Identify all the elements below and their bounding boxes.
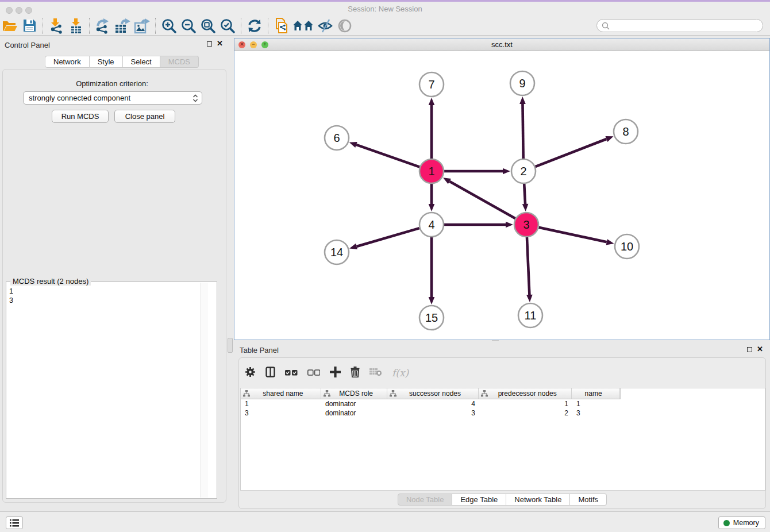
delete-column-icon[interactable]	[351, 367, 360, 380]
mcds-result-textarea[interactable]: 13	[6, 286, 209, 494]
table-tab-edge-table[interactable]: Edge Table	[452, 494, 506, 506]
control-tab-select[interactable]: Select	[123, 56, 160, 68]
export-image-icon	[133, 18, 151, 34]
table-cell[interactable]: 3	[387, 408, 479, 418]
close-panel-icon[interactable]: ✕	[217, 41, 223, 47]
graph-edge-3-10[interactable]	[538, 228, 614, 245]
zoom-in-button[interactable]	[159, 17, 179, 34]
close-window-button[interactable]	[6, 7, 13, 14]
column-header-shared-name[interactable]: shared name	[241, 388, 321, 399]
contrast-eye-icon	[337, 18, 352, 33]
deselect-all-checkboxes-icon[interactable]	[307, 368, 320, 378]
graph-edge-2-9[interactable]	[519, 97, 526, 159]
mcds-result-scrollbar[interactable]	[201, 283, 208, 498]
hide-panel-button[interactable]	[315, 17, 335, 34]
table-cell[interactable]: 1	[241, 399, 321, 408]
table-tab-network-table[interactable]: Network Table	[506, 494, 570, 506]
criterion-dropdown[interactable]: strongly connected component	[23, 91, 202, 105]
graph-edge-1-2[interactable]	[444, 168, 510, 175]
graph-node-10[interactable]: 10	[615, 234, 639, 259]
table-tab-node-table[interactable]: Node Table	[398, 494, 453, 506]
column-header-successor-nodes[interactable]: successor nodes	[387, 388, 479, 399]
mcds-result-line: 1	[9, 287, 206, 296]
search-box[interactable]	[596, 19, 763, 32]
column-visibility-icon[interactable]	[265, 367, 275, 380]
delete-table-icon[interactable]	[369, 367, 382, 379]
control-tab-network[interactable]: Network	[45, 56, 90, 68]
network-close-button[interactable]: ✕	[238, 41, 245, 48]
graph-edge-3-11[interactable]	[526, 237, 533, 302]
graph-edge-4-15[interactable]	[429, 237, 435, 304]
table-row[interactable]: 1dominator411	[241, 399, 765, 408]
export-network-button[interactable]	[93, 17, 113, 34]
graph-node-2[interactable]: 2	[511, 159, 536, 183]
graph-edge-1-4[interactable]	[429, 184, 435, 211]
export-image-button[interactable]	[132, 17, 152, 34]
graph-edge-1-7[interactable]	[429, 98, 435, 159]
table-cell[interactable]: 2	[479, 408, 572, 418]
graph-node-7[interactable]: 7	[419, 72, 444, 97]
zoom-selected-button[interactable]	[218, 17, 237, 34]
import-network-button[interactable]	[47, 17, 66, 34]
graph-edge-4-3[interactable]	[444, 222, 513, 228]
graph-node-label: 7	[428, 78, 434, 91]
graph-node-11[interactable]: 11	[518, 303, 542, 327]
graph-edge-4-14[interactable]	[349, 228, 419, 249]
graph-node-3[interactable]: 3	[514, 213, 538, 237]
home-layout-button[interactable]	[291, 17, 315, 34]
vertical-splitter-handle[interactable]	[228, 338, 233, 353]
network-maximize-button[interactable]: +	[261, 41, 268, 48]
table-tab-motifs[interactable]: Motifs	[570, 494, 607, 506]
table-cell[interactable]: dominator	[321, 408, 387, 418]
zoom-out-button[interactable]	[179, 17, 198, 34]
graph-node-14[interactable]: 14	[325, 240, 349, 264]
graph-node-4[interactable]: 4	[419, 213, 444, 237]
graph-node-1[interactable]: 1	[419, 159, 444, 183]
float-panel-icon[interactable]	[747, 347, 752, 352]
table-cell[interactable]: 1	[572, 399, 621, 408]
open-file-button[interactable]	[0, 17, 20, 34]
table-cell[interactable]: 3	[241, 408, 321, 418]
refresh-button[interactable]	[245, 17, 264, 34]
import-table-button[interactable]	[66, 17, 86, 34]
graph-node-15[interactable]: 15	[419, 306, 444, 330]
minimize-window-button[interactable]	[16, 7, 22, 14]
search-input[interactable]	[610, 21, 763, 31]
add-column-icon[interactable]	[330, 367, 341, 380]
graph-edge-3-1[interactable]	[443, 178, 515, 218]
column-header-name[interactable]: name	[572, 388, 620, 399]
maximize-window-button[interactable]	[25, 7, 32, 14]
table-cell[interactable]: 3	[572, 408, 621, 418]
run-mcds-button[interactable]: Run MCDS	[52, 110, 109, 123]
table-cell[interactable]: 1	[479, 399, 572, 408]
graph-node-8[interactable]: 8	[614, 119, 638, 144]
graph-edge-2-3[interactable]	[522, 184, 529, 211]
show-panel-button[interactable]	[335, 17, 355, 34]
table-cell[interactable]: 4	[387, 399, 479, 408]
column-header-MCDS-role[interactable]: MCDS role	[321, 388, 387, 399]
close-panel-button[interactable]: Close panel	[114, 110, 175, 123]
column-header-predecessor-nodes[interactable]: predecessor nodes	[479, 388, 572, 399]
network-window-titlebar[interactable]: ✕ − + scc.txt	[234, 38, 769, 51]
graph-edge-2-8[interactable]	[536, 136, 614, 167]
duplicate-network-button[interactable]	[272, 17, 291, 34]
float-panel-icon[interactable]	[207, 41, 212, 47]
save-session-button[interactable]	[20, 17, 39, 34]
table-row[interactable]: 3dominator323	[241, 408, 765, 418]
control-tab-mcds[interactable]: MCDS	[160, 56, 199, 68]
graph-edge-1-6[interactable]	[349, 142, 420, 167]
network-graph-canvas[interactable]: 7968124314101511	[234, 51, 769, 340]
memory-button[interactable]: Memory	[718, 516, 765, 529]
settings-gear-icon[interactable]	[245, 367, 256, 380]
control-tab-style[interactable]: Style	[90, 56, 123, 68]
table-cell[interactable]: dominator	[321, 399, 387, 408]
graph-node-9[interactable]: 9	[510, 71, 534, 95]
network-minimize-button[interactable]: −	[250, 41, 257, 48]
graph-node-6[interactable]: 6	[325, 126, 349, 150]
select-all-checkboxes-icon[interactable]	[285, 368, 298, 378]
zoom-fit-button[interactable]	[198, 17, 218, 34]
export-table-button[interactable]	[113, 17, 132, 34]
function-builder-icon[interactable]: f(x)	[392, 367, 409, 379]
close-panel-icon[interactable]: ✕	[757, 346, 763, 352]
task-history-button[interactable]	[6, 516, 23, 529]
